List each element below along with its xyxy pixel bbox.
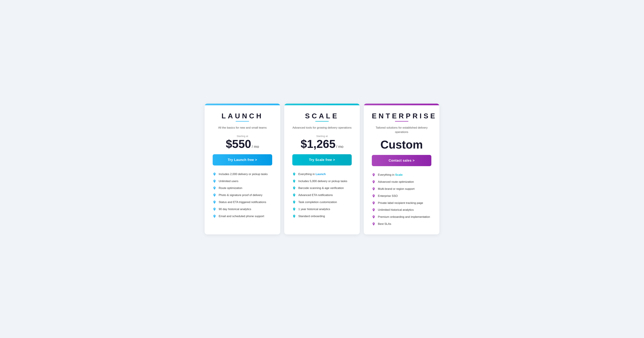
enterprise-feature-8: Best SLAs: [372, 222, 431, 226]
enterprise-feature-7: Premium onboarding and implementation: [372, 215, 431, 219]
launch-starting-at: Starting at: [213, 135, 272, 138]
enterprise-description: Tailored solutions for established deliv…: [372, 126, 431, 134]
enterprise-price: Custom: [380, 138, 423, 151]
enterprise-feature-1: Everything in Scale: [372, 173, 431, 177]
scale-feature-icon-3: [292, 186, 296, 190]
pricing-container: LAUNCH All the basics for new and small …: [204, 104, 440, 234]
launch-cta-button[interactable]: Try Launch free >: [213, 154, 272, 166]
scale-feature-icon-1: [292, 172, 296, 176]
launch-feature-text-4: Photo & signature proof of delivery: [219, 193, 262, 197]
enterprise-top-bar: [364, 104, 440, 105]
enterprise-feature-4: Enterprise SSO: [372, 194, 431, 198]
scale-feature-1: Everything in Launch: [292, 172, 352, 176]
launch-feature-icon-2: [213, 180, 216, 183]
launch-feature-text-2: Unlimited users: [219, 179, 238, 183]
enterprise-features-list: Everything in Scale Advanced route optim…: [372, 173, 431, 226]
scale-feature-7: Standard onboarding: [292, 214, 352, 218]
launch-feature-7: Email and scheduled phone support: [213, 214, 272, 218]
scale-plan-name: SCALE: [292, 112, 352, 120]
scale-feature-6: 1 year historical analytics: [292, 207, 352, 211]
enterprise-feature-2: Advanced route optimization: [372, 180, 431, 184]
scale-feature-text-7: Standard onboarding: [298, 214, 325, 218]
scale-starting-at: Starting at: [292, 135, 352, 138]
scale-feature-3: Barcode scanning & age verification: [292, 186, 352, 190]
launch-feature-3: Route optimization: [213, 186, 272, 190]
enterprise-feature-text-2: Advanced route optimization: [378, 180, 414, 184]
launch-feature-icon-7: [213, 214, 216, 218]
scale-feature-text-5: Task completion customization: [298, 200, 337, 204]
scale-feature-icon-4: [292, 193, 296, 197]
enterprise-price-row: Custom: [372, 139, 431, 150]
launch-price-suffix: / mo: [252, 144, 259, 149]
launch-feature-1: Includes 2,000 delivery or pickup tasks: [213, 172, 272, 176]
launch-top-bar: [204, 104, 280, 105]
scale-price: $1,265: [301, 138, 336, 150]
enterprise-feature-icon-7: [372, 215, 376, 219]
launch-feature-6: 90 day historical analytics: [213, 207, 272, 211]
scale-feature-text-1: Everything in Launch: [298, 172, 326, 176]
enterprise-feature-icon-3: [372, 187, 376, 191]
scale-description: Advanced tools for growing delivery oper…: [292, 126, 352, 130]
launch-price: $550: [226, 138, 251, 150]
scale-cta-button[interactable]: Try Scale free >: [292, 154, 352, 166]
launch-feature-icon-1: [213, 172, 216, 176]
scale-feature-4: Advanced ETA notifications: [292, 193, 352, 197]
enterprise-feature-icon-1: [372, 173, 376, 177]
enterprise-feature-text-8: Best SLAs: [378, 222, 391, 226]
scale-underline: [315, 121, 329, 122]
scale-top-bar: [284, 104, 360, 105]
launch-plan-name: LAUNCH: [213, 112, 272, 120]
launch-feature-icon-4: [213, 193, 216, 197]
scale-feature-text-3: Barcode scanning & age verification: [298, 186, 344, 190]
enterprise-feature-icon-2: [372, 180, 376, 184]
enterprise-feature-icon-8: [372, 222, 376, 226]
scale-feature-text-4: Advanced ETA notifications: [298, 193, 333, 197]
enterprise-feature-text-1: Everything in Scale: [378, 173, 402, 177]
enterprise-underline: [395, 121, 408, 122]
scale-features-list: Everything in Launch Includes 5,000 deli…: [292, 172, 352, 218]
enterprise-card: ENTERPRISE Tailored solutions for establ…: [364, 104, 440, 234]
launch-feature-icon-5: [213, 200, 216, 204]
launch-feature-text-6: 90 day historical analytics: [219, 207, 251, 211]
enterprise-feature-6: Unlimited historical analytics: [372, 208, 431, 212]
enterprise-feature-text-7: Premium onboarding and implementation: [378, 215, 430, 219]
scale-feature-icon-7: [292, 214, 296, 218]
enterprise-feature-icon-4: [372, 194, 376, 198]
enterprise-feature-icon-6: [372, 208, 376, 212]
enterprise-cta-button[interactable]: Contact sales >: [372, 155, 431, 166]
enterprise-feature-text-6: Unlimited historical analytics: [378, 208, 414, 212]
scale-feature-text-6: 1 year historical analytics: [298, 207, 330, 211]
launch-description: All the basics for new and small teams: [213, 126, 272, 130]
scale-feature-2: Includes 5,000 delivery or pickup tasks: [292, 179, 352, 183]
scale-feature-icon-2: [292, 180, 296, 183]
scale-price-row: $1,265/ mo: [292, 138, 352, 150]
launch-feature-2: Unlimited users: [213, 179, 272, 183]
launch-feature-text-5: Status and ETA triggered notifications: [219, 200, 266, 204]
launch-feature-5: Status and ETA triggered notifications: [213, 200, 272, 204]
enterprise-feature-text-5: Private label recipient tracking page: [378, 201, 423, 205]
enterprise-feature-text-3: Multi-brand or region support: [378, 187, 414, 191]
enterprise-feature-text-4: Enterprise SSO: [378, 194, 398, 198]
scale-card: SCALE Advanced tools for growing deliver…: [284, 104, 360, 234]
launch-underline: [236, 121, 249, 122]
launch-card: LAUNCH All the basics for new and small …: [204, 104, 280, 234]
launch-feature-text-1: Includes 2,000 delivery or pickup tasks: [219, 172, 268, 176]
scale-feature-text-2: Includes 5,000 delivery or pickup tasks: [298, 179, 347, 183]
launch-feature-text-7: Email and scheduled phone support: [219, 214, 264, 218]
launch-feature-text-3: Route optimization: [219, 186, 242, 190]
launch-price-row: $550/ mo: [213, 138, 272, 150]
scale-feature-icon-6: [292, 208, 296, 211]
enterprise-feature-5: Private label recipient tracking page: [372, 201, 431, 205]
launch-feature-4: Photo & signature proof of delivery: [213, 193, 272, 197]
launch-feature-icon-3: [213, 186, 216, 190]
enterprise-plan-name: ENTERPRISE: [372, 112, 431, 120]
scale-feature-icon-5: [292, 200, 296, 204]
launch-feature-icon-6: [213, 208, 216, 211]
scale-feature-5: Task completion customization: [292, 200, 352, 204]
launch-features-list: Includes 2,000 delivery or pickup tasks …: [213, 172, 272, 218]
scale-price-suffix: / mo: [336, 144, 344, 149]
enterprise-feature-icon-5: [372, 201, 376, 205]
enterprise-feature-3: Multi-brand or region support: [372, 187, 431, 191]
